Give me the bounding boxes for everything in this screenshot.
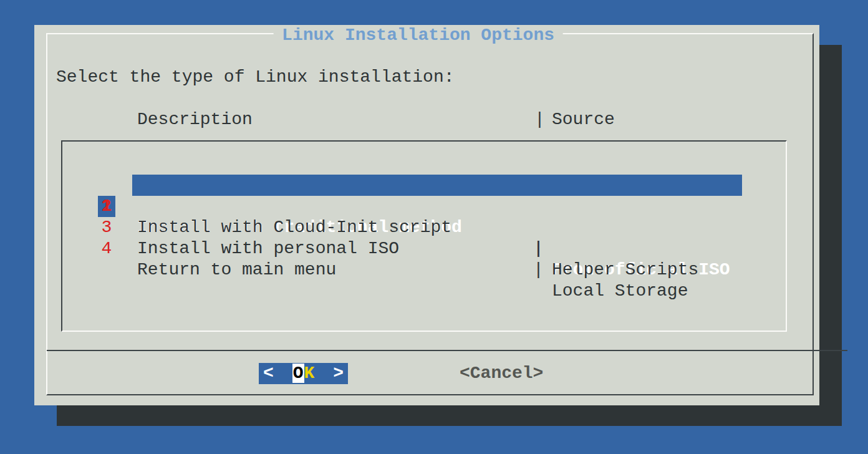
menu-listbox: 1 Install with traditional method | From…	[61, 140, 787, 332]
dialog-prompt: Select the type of Linux installation:	[56, 67, 455, 88]
button-row: < OK > <Cancel>	[34, 363, 819, 384]
ok-right-bracket: >	[333, 363, 344, 384]
column-header-separator: |	[534, 109, 545, 130]
menu-item-separator: |	[533, 259, 544, 281]
menu-item-description: Return to main menu	[137, 259, 336, 281]
menu-item-row-4[interactable]: 4 Return to main menu	[62, 217, 786, 238]
column-header-description: Description	[137, 109, 253, 130]
menu-item-description: Install with personal ISO	[137, 238, 399, 259]
button-area-separator	[47, 350, 847, 351]
ok-left-bracket: <	[263, 363, 274, 384]
menu-item-source: Helper Scripts	[552, 259, 698, 281]
menu-item-tag: 4	[98, 238, 115, 259]
cancel-button[interactable]: <Cancel>	[460, 363, 543, 384]
dialog-window: Linux Installation Options Select the ty…	[34, 25, 819, 405]
menu-item-row-2[interactable]: 2 Install with Cloud-Init script | Helpe…	[62, 175, 786, 196]
column-header-source: Source	[552, 109, 615, 130]
ok-hotkey-cursor: O	[292, 364, 304, 383]
ok-label: OK	[292, 363, 315, 384]
menu-item-row-3[interactable]: 3 Install with personal ISO | Local Stor…	[62, 196, 786, 217]
menu-item-row-1[interactable]: 1 Install with traditional method | From…	[62, 153, 786, 175]
dialog-title: Linux Installation Options	[273, 25, 563, 46]
ok-button[interactable]: < OK >	[259, 363, 348, 384]
ok-label-rest: K	[304, 364, 315, 383]
terminal-screen: Linux Installation Options Select the ty…	[0, 0, 868, 454]
menu-item-source: Local Storage	[552, 281, 688, 302]
menu-item-separator: |	[533, 238, 544, 259]
